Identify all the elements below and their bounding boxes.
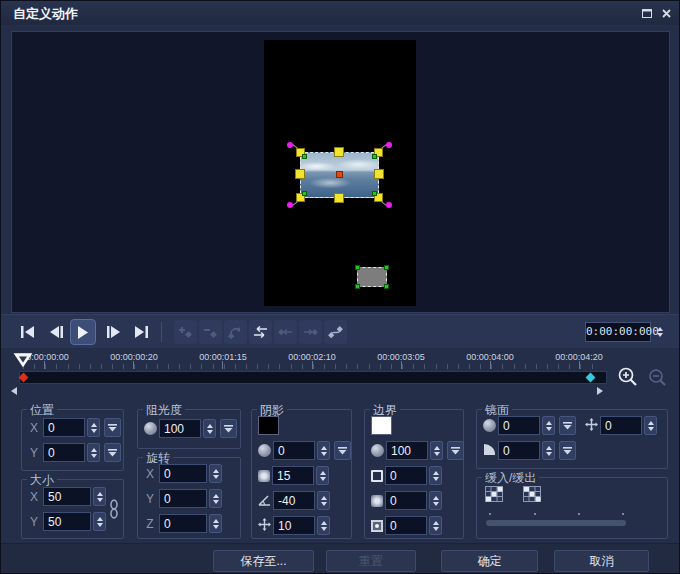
play-button[interactable] [70,319,96,345]
smooth-keyframes-button[interactable] [324,320,347,344]
keyframe-dropdown-button[interactable] [559,416,576,435]
ok-button[interactable]: 确定 [441,550,538,572]
shadow-opacity-spinner[interactable] [317,441,330,460]
swap-keyframes-button[interactable] [249,320,272,344]
distort-handle[interactable] [372,191,377,196]
keyframe-dropdown-button[interactable] [104,443,121,462]
border-softness-spinner[interactable] [429,491,442,510]
zoom-out-icon[interactable] [648,368,668,392]
edge-handle[interactable] [295,169,305,179]
rotation-z-spinner[interactable] [209,514,222,533]
spin-down-arrow [321,527,327,531]
rotation-x-spinner[interactable] [209,464,222,483]
size-x-spinner[interactable] [93,487,106,506]
axis-label: Y [29,446,39,460]
shadow-opacity-input[interactable] [273,441,315,460]
timecode-spinner[interactable] [654,322,665,342]
easing-slider[interactable] [486,520,626,526]
mirror-offset-spinner[interactable] [644,416,657,435]
reverse-keyframes-button[interactable] [224,320,247,344]
playhead[interactable] [13,352,33,372]
attachment-box[interactable] [357,267,387,287]
keyframe-dropdown-button[interactable] [559,441,576,460]
border-softness-input[interactable] [385,491,427,510]
shadow-softness-input[interactable] [272,466,314,485]
position-y-input[interactable] [43,443,85,462]
rotate-handle[interactable] [287,202,293,208]
shadow-distance-input[interactable] [273,516,315,535]
shadow-distance-spinner[interactable] [317,516,330,535]
keyframe-track[interactable] [19,371,607,384]
spin-down-arrow [213,500,219,504]
edge-handle[interactable] [334,147,344,157]
shadow-softness-spinner[interactable] [316,466,329,485]
shadow-angle-input[interactable] [273,491,315,510]
maximize-icon[interactable] [639,6,655,20]
mirror-fade-spinner[interactable] [542,441,555,460]
keyframe-dropdown-button[interactable] [104,418,121,437]
shadow-color-swatch[interactable] [258,416,279,435]
mirror-opacity-input[interactable] [498,416,540,435]
border-inner-softness-spinner[interactable] [429,516,442,535]
ease-in-button[interactable] [485,486,503,502]
distort-handle[interactable] [355,265,360,270]
size-y-input[interactable] [43,512,91,531]
scroll-left-icon[interactable] [11,387,17,395]
reset-button[interactable]: 重置 [326,550,416,572]
remove-keyframe-button[interactable] [199,320,222,344]
scroll-right-icon[interactable] [597,387,603,395]
link-aspect-icon[interactable] [109,499,119,523]
go-start-button[interactable] [15,319,41,345]
rotate-handle[interactable] [386,202,392,208]
save-to-button[interactable]: 保存至... [213,550,314,572]
rotation-x-input[interactable] [159,464,207,483]
position-y-spinner[interactable] [87,443,100,462]
border-width-spinner[interactable] [429,466,442,485]
ease-out-button[interactable] [523,486,541,502]
rotation-z-input[interactable] [159,514,207,533]
opacity-input[interactable] [159,419,201,438]
edge-handle[interactable] [334,193,344,203]
border-inner-softness-input[interactable] [385,516,427,535]
spin-up-arrow [97,492,103,496]
next-frame-button[interactable] [100,319,126,345]
border-width-input[interactable] [385,466,427,485]
shadow-angle-spinner[interactable] [317,491,330,510]
zoom-in-icon[interactable] [617,366,639,392]
border-opacity-spinner[interactable] [430,441,443,460]
distort-handle[interactable] [302,191,307,196]
position-x-spinner[interactable] [87,418,100,437]
close-icon[interactable] [658,6,674,20]
size-x-input[interactable] [43,487,91,506]
move-keyframe-left-button[interactable] [274,320,297,344]
cancel-button[interactable]: 取消 [554,550,649,572]
keyframe-dropdown-button[interactable] [334,441,351,460]
distort-handle[interactable] [355,284,360,289]
distort-handle[interactable] [384,284,389,289]
rotation-y-input[interactable] [159,489,207,508]
border-color-swatch[interactable] [371,416,392,435]
mirror-opacity-spinner[interactable] [542,416,555,435]
position-x-input[interactable] [43,418,85,437]
keyframe-dropdown-button[interactable] [220,419,237,438]
opacity-spinner[interactable] [203,419,216,438]
rotation-y-spinner[interactable] [209,489,222,508]
go-end-button[interactable] [128,319,154,345]
rotate-handle[interactable] [287,142,293,148]
distort-handle[interactable] [384,265,389,270]
edge-handle[interactable] [374,169,384,179]
move-keyframe-right-button[interactable] [299,320,322,344]
distort-handle[interactable] [372,154,377,159]
selected-clip[interactable] [300,152,379,198]
keyframe-dropdown-button[interactable] [447,441,464,460]
center-handle[interactable] [336,171,343,178]
add-keyframe-button[interactable] [174,320,197,344]
prev-frame-button[interactable] [43,319,69,345]
mirror-offset-input[interactable] [600,416,642,435]
rotate-handle[interactable] [386,142,392,148]
border-opacity-input[interactable] [386,441,428,460]
timecode-display[interactable]: 0:00:00:000 [585,322,651,342]
distort-handle[interactable] [302,154,307,159]
size-y-spinner[interactable] [93,512,106,531]
mirror-fade-input[interactable] [498,441,540,460]
